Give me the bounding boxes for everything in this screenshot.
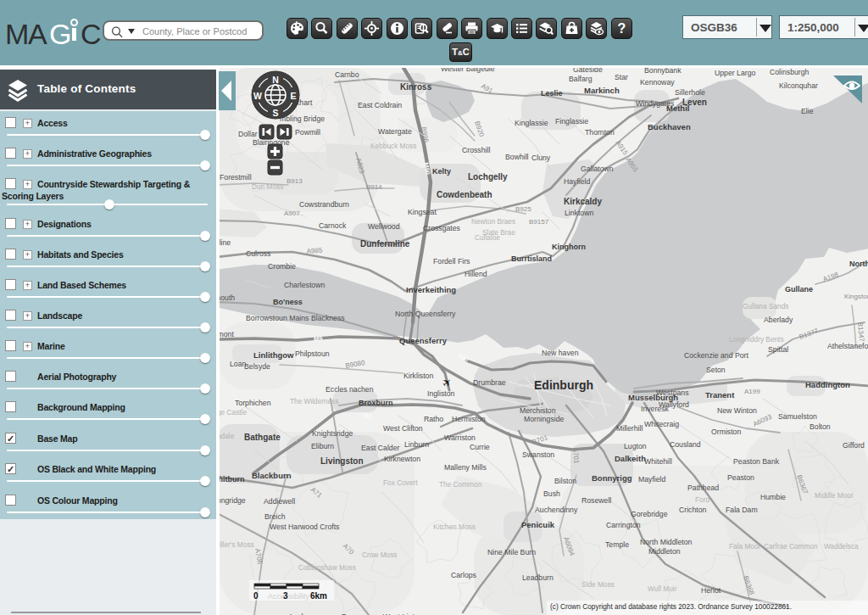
svg-text:Wester Balgedie: Wester Balgedie	[441, 67, 495, 73]
svg-text:Pathhead: Pathhead	[687, 484, 719, 492]
svg-text:Wull Muir: Wull Muir	[648, 584, 677, 593]
svg-text:Methil: Methil	[666, 103, 689, 113]
svg-text:Auchendinny: Auchendinny	[535, 506, 578, 514]
svg-text:Heriot: Heriot	[701, 586, 721, 595]
svg-text:Eliburn: Eliburn	[311, 442, 334, 450]
svg-text:6km: 6km	[310, 591, 327, 601]
svg-text:Star: Star	[615, 73, 628, 81]
svg-text:Musselburgh: Musselburgh	[628, 393, 678, 402]
svg-text:Charlestown: Charlestown	[284, 281, 325, 289]
svg-text:Miller's Moss: Miller's Moss	[220, 540, 254, 549]
svg-text:New Winton: New Winton	[717, 406, 757, 415]
svg-text:Peaston: Peaston	[727, 473, 754, 482]
svg-text:A199: A199	[744, 388, 760, 395]
svg-text:Newton Braes: Newton Braes	[471, 217, 515, 226]
svg-text:B914: B914	[366, 183, 382, 191]
svg-text:Leadburn: Leadburn	[522, 573, 554, 582]
svg-text:Crichton: Crichton	[679, 506, 707, 514]
svg-text:Carlops: Carlops	[451, 571, 477, 579]
svg-text:Broxburn: Broxburn	[359, 399, 393, 407]
svg-text:Hayfield: Hayfield	[564, 177, 591, 186]
svg-text:Kirkcaldy: Kirkcaldy	[564, 197, 602, 206]
svg-text:Bush: Bush	[543, 489, 560, 498]
svg-text:Dun Moss: Dun Moss	[252, 182, 283, 191]
svg-text:A985: A985	[306, 246, 323, 255]
svg-text:B925: B925	[515, 205, 531, 213]
svg-text:Swanston: Swanston	[522, 450, 554, 459]
svg-text:Cowdenbeath: Cowdenbeath	[437, 190, 492, 199]
svg-text:Humbie: Humbie	[760, 493, 786, 501]
svg-text:Spittal: Spittal	[768, 345, 788, 354]
svg-text:Bo'ness: Bo'ness	[273, 298, 303, 306]
svg-text:A701: A701	[571, 447, 581, 464]
svg-text:Kinghorn: Kinghorn	[552, 243, 586, 251]
svg-text:Tranent: Tranent	[705, 390, 735, 400]
svg-text:Torphichen: Torphichen	[235, 399, 271, 407]
svg-text:Knightsridge: Knightsridge	[312, 429, 353, 438]
svg-text:Fala Moor: Fala Moor	[729, 542, 761, 551]
svg-text:Whitehill: Whitehill	[644, 457, 672, 466]
svg-text:Queensferry: Queensferry	[399, 336, 448, 345]
svg-text:Athelstanefo: Athelstanefo	[827, 342, 868, 350]
svg-text:East Calder: East Calder	[361, 444, 399, 452]
svg-text:Morningside: Morningside	[524, 415, 564, 423]
svg-text:Colinsburgh: Colinsburgh	[770, 68, 810, 76]
svg-text:Seton: Seton	[706, 366, 726, 374]
svg-text:Dalkeith: Dalkeith	[615, 454, 646, 463]
svg-text:Sillerhole: Sillerhole	[675, 88, 705, 97]
svg-text:Cullaloe: Cullaloe	[475, 233, 500, 242]
svg-text:Inverkeithing: Inverkeithing	[406, 285, 456, 294]
svg-text:Ingliston: Ingliston	[427, 389, 455, 398]
svg-text:Samuelston: Samuelston	[778, 412, 817, 421]
svg-text:North Middleton: North Middleton	[640, 538, 692, 546]
svg-text:Gullane: Gullane	[785, 285, 813, 294]
svg-text:Carnock: Carnock	[319, 221, 347, 230]
svg-text:M9: M9	[314, 335, 322, 343]
svg-text:The Wilderness: The Wilderness	[290, 397, 339, 405]
svg-text:Powmill: Powmill	[295, 128, 320, 137]
svg-text:?: ?	[618, 21, 626, 36]
svg-text:Mayfield: Mayfield	[638, 475, 666, 484]
svg-text:Bathgate: Bathgate	[244, 433, 281, 442]
svg-text:Lochgelly: Lochgelly	[468, 172, 508, 182]
svg-text:Cowstrandburn: Cowstrandburn	[299, 200, 349, 209]
svg-text:North: North	[849, 260, 868, 268]
svg-text:Peaston Bank: Peaston Bank	[733, 457, 780, 466]
svg-text:Gateside: Gateside	[573, 67, 603, 74]
svg-text:Upper Largo: Upper Largo	[715, 69, 755, 77]
svg-text:Philpstoun: Philpstoun	[295, 349, 330, 358]
svg-text:Burrtisland: Burrtisland	[511, 254, 552, 263]
svg-text:Markinch: Markinch	[584, 86, 620, 95]
svg-text:New haven: New haven	[542, 349, 579, 357]
svg-text:Blackburn: Blackburn	[252, 471, 292, 480]
svg-text:Polmont: Polmont	[220, 330, 234, 338]
svg-text:Elie: Elie	[801, 107, 814, 115]
svg-text:Bonnybank: Bonnybank	[644, 67, 682, 75]
svg-text:Bolton: Bolton	[810, 422, 831, 431]
svg-text:Ford: Ford	[695, 495, 709, 504]
svg-text:Belsyde: Belsyde	[244, 362, 270, 371]
svg-text:East Coldrain: East Coldrain	[358, 101, 402, 109]
svg-text:Warriston: Warriston	[444, 433, 476, 442]
svg-text:Linburn: Linburn	[404, 440, 429, 449]
svg-text:The Common: The Common	[439, 480, 482, 489]
svg-text:(c) Crown Copyright and databa: (c) Crown Copyright and database rights …	[550, 602, 792, 611]
svg-text:Cockenzie and Port: Cockenzie and Port	[684, 351, 748, 360]
svg-text:ge Castle: ge Castle	[220, 408, 247, 417]
svg-text:Fox Covert: Fox Covert	[383, 478, 418, 487]
svg-text:Wellwood: Wellwood	[368, 222, 400, 231]
svg-text:Inveresk: Inveresk	[641, 405, 669, 413]
svg-text:Ratho: Ratho	[424, 415, 443, 423]
svg-text:Aberlady: Aberlady	[764, 316, 793, 324]
svg-text:Kilconquhar: Kilconquhar	[779, 81, 818, 90]
svg-text:Breich: Breich	[264, 512, 286, 521]
svg-text:N: N	[272, 75, 279, 85]
svg-text:Gullana Sands: Gullana Sands	[743, 302, 788, 310]
svg-text:Culross: Culross	[246, 249, 271, 258]
svg-text:Watergate: Watergate	[378, 127, 412, 136]
svg-text:Accessibility: Accessibility	[268, 592, 310, 601]
svg-text:Longniddry Bents: Longniddry Bents	[729, 335, 784, 344]
svg-text:Cluny: Cluny	[531, 154, 551, 162]
svg-text:Eccles nachen: Eccles nachen	[326, 385, 374, 394]
svg-text:Carfrae Common: Carfrae Common	[764, 542, 818, 551]
